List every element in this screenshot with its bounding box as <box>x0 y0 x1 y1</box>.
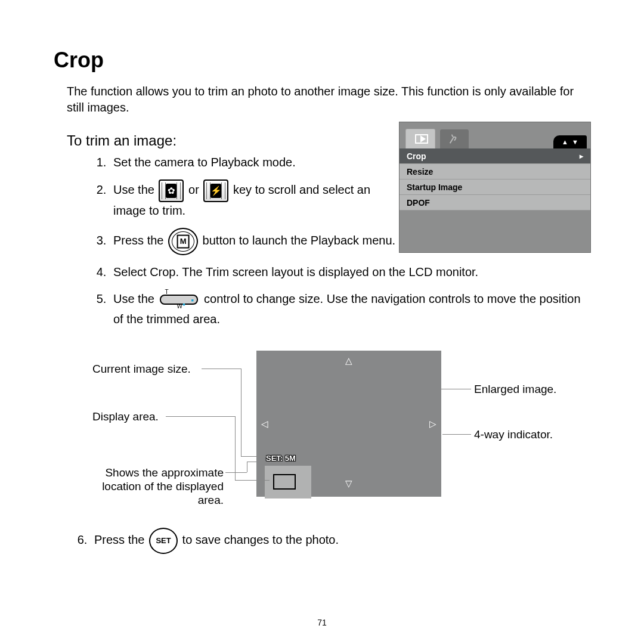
set-button-icon: SET <box>149 528 178 554</box>
step-5-text-a: Use the <box>113 292 157 305</box>
label-approx-loc: Shows the approximate location of the di… <box>92 466 224 507</box>
label-enlarged: Enlarged image. <box>474 383 556 397</box>
setup-tab-icon <box>440 129 469 148</box>
trim-layout-diagram: △ ▽ ◁ ▷ SET: 5M Current image size. Disp… <box>60 340 584 519</box>
zoom-rocker-icon: T W <box>159 289 199 311</box>
mini-map-box <box>273 474 296 490</box>
arrow-down-icon: ▽ <box>345 478 352 489</box>
menu-rows: Crop ▸ Resize Startup Image DPOF <box>400 148 590 210</box>
playback-menu-screenshot: ▲ ▼ Crop ▸ Resize Startup Image DPOF <box>400 122 590 252</box>
step-3-text-b: button to launch the Playback menu. <box>203 234 396 247</box>
mini-map <box>265 466 311 499</box>
arrow-up-icon: △ <box>345 355 352 366</box>
arrow-left-icon: ◁ <box>261 419 268 429</box>
step-6-text-b: to save changes to the photo. <box>182 533 339 546</box>
menu-row-dpof: DPOF <box>400 195 590 210</box>
step-6-text-a: Press the <box>94 533 148 546</box>
step-2: Use the ✿ or ⚡ key to scroll and select … <box>110 179 376 219</box>
label-display-area: Display area. <box>92 410 159 424</box>
flower-key-icon: ✿ <box>159 179 184 202</box>
flash-key-icon: ⚡ <box>203 179 228 202</box>
menu-row-startup-image: Startup Image <box>400 179 590 195</box>
page-title: Crop <box>54 48 590 73</box>
step-5: Use the T W control to change size. Use … <box>110 289 590 328</box>
menu-pager-icon: ▲ ▼ <box>553 135 587 148</box>
step-2-text-b: or <box>188 183 202 196</box>
intro-text: The function allows you to trim an photo… <box>67 83 590 116</box>
menu-button-icon: M <box>168 228 198 255</box>
step-3-text-a: Press the <box>113 234 167 247</box>
arrow-right-icon: ▷ <box>429 419 436 429</box>
menu-row-crop: Crop ▸ <box>400 148 590 164</box>
step-6: Press the SET to save changes to the pho… <box>91 528 603 554</box>
step-4: Select Crop. The Trim screen layout is d… <box>110 264 590 281</box>
menu-tab-bar: ▲ ▼ <box>400 122 590 148</box>
playback-tab-icon <box>405 129 435 148</box>
step-2-text-a: Use the <box>113 183 157 196</box>
lcd-screen: △ ▽ ◁ ▷ SET: 5M <box>256 351 441 497</box>
page-number: 71 <box>0 618 644 627</box>
label-current-size: Current image size. <box>92 363 191 376</box>
label-fourway: 4-way indicator. <box>474 428 553 442</box>
menu-row-resize: Resize <box>400 164 590 179</box>
